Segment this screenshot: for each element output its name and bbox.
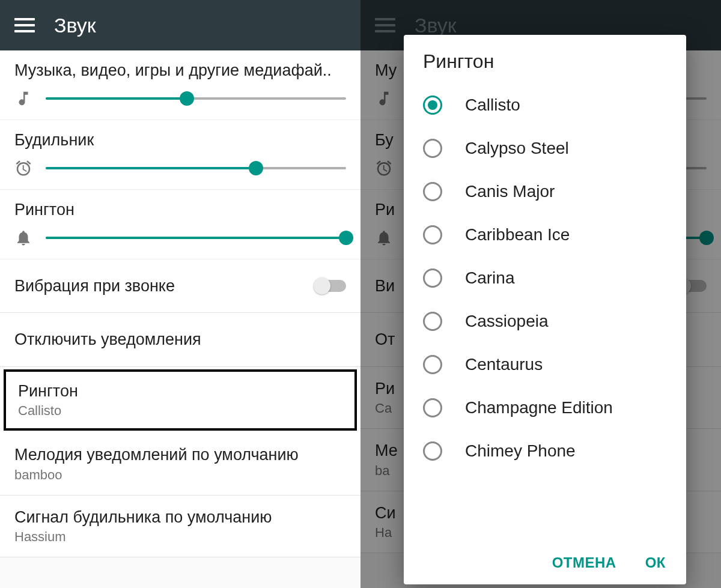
media-volume-row: Музыка, видео, игры и другие медиафай..: [0, 50, 360, 120]
topbar: Звук: [0, 0, 360, 50]
radio-icon: [423, 182, 442, 201]
radio-icon: [423, 398, 442, 417]
vibrate-on-call-row[interactable]: Вибрация при звонке: [0, 259, 360, 313]
ringtone-volume-slider[interactable]: [46, 231, 346, 245]
menu-icon[interactable]: [14, 18, 35, 32]
music-note-icon: [14, 89, 32, 108]
ok-button[interactable]: ОК: [645, 554, 666, 571]
ringtone-option[interactable]: Centaurus: [423, 343, 677, 386]
alarm-sound-row[interactable]: Сигнал будильника по умолчанию Hassium: [0, 496, 360, 557]
ringtone-option[interactable]: Champagne Edition: [423, 386, 677, 429]
ringtone-option-label: Champagne Edition: [465, 398, 613, 417]
cancel-button[interactable]: ОТМЕНА: [552, 554, 616, 571]
ringtone-option[interactable]: Chimey Phone: [423, 429, 677, 473]
ringtone-option-label: Canis Major: [465, 182, 555, 201]
ringtone-option[interactable]: Callisto: [423, 83, 677, 127]
radio-icon: [423, 355, 442, 374]
notification-sound-row[interactable]: Мелодия уведомлений по умолчанию bamboo: [0, 433, 360, 495]
ringtone-option-label: Cassiopeia: [465, 312, 549, 331]
alarm-clock-icon: [14, 159, 32, 177]
ringtone-option[interactable]: Canis Major: [423, 170, 677, 213]
ringtone-option[interactable]: Cassiopeia: [423, 300, 677, 343]
vibrate-label: Вибрация при звонке: [14, 276, 175, 296]
radio-icon: [423, 268, 442, 288]
ringtone-volume-label: Рингтон: [14, 201, 346, 219]
media-volume-slider[interactable]: [46, 91, 346, 106]
screen-ringtone-dialog: Звук Му Бу Ри Ви От РиCa Меba СиHa Рингт…: [360, 0, 721, 588]
ringtone-option-label: Callisto: [465, 95, 520, 115]
ringtone-option[interactable]: Carina: [423, 256, 677, 300]
mute-notifications-row[interactable]: Отключить уведомления: [0, 313, 360, 366]
alarm-volume-slider[interactable]: [46, 161, 346, 175]
dialog-actions: ОТМЕНА ОК: [404, 544, 686, 584]
alarm-volume-label: Будильник: [14, 131, 346, 150]
ringtone-list: CallistoCalypso SteelCanis MajorCaribbea…: [404, 83, 686, 544]
ringtone-dialog: Рингтон CallistoCalypso SteelCanis Major…: [404, 35, 686, 584]
ringtone-option[interactable]: Calypso Steel: [423, 127, 677, 170]
radio-icon: [423, 139, 442, 158]
vibrate-switch[interactable]: [315, 280, 346, 292]
screen-sound-settings: Звук Музыка, видео, игры и другие медиаф…: [0, 0, 360, 588]
settings-list: Музыка, видео, игры и другие медиафай.. …: [0, 50, 360, 557]
ringtone-option[interactable]: Caribbean Ice: [423, 213, 677, 256]
media-volume-label: Музыка, видео, игры и другие медиафай..: [14, 61, 346, 80]
radio-icon: [423, 441, 442, 461]
alarm-volume-row: Будильник: [0, 120, 360, 190]
ringtone-picker-row[interactable]: Рингтон Callisto: [4, 369, 357, 431]
ringtone-option-label: Calypso Steel: [465, 139, 569, 158]
ringtone-option-label: Chimey Phone: [465, 441, 576, 461]
radio-icon: [423, 95, 442, 115]
page-title: Звук: [54, 14, 96, 37]
radio-icon: [423, 312, 442, 331]
ringtone-option-label: Caribbean Ice: [465, 225, 570, 244]
ringtone-volume-row: Рингтон: [0, 190, 360, 259]
bell-icon: [14, 229, 32, 247]
dialog-title: Рингтон: [404, 35, 686, 83]
ringtone-option-label: Centaurus: [465, 355, 543, 374]
ringtone-option-label: Carina: [465, 268, 514, 288]
radio-icon: [423, 225, 442, 244]
